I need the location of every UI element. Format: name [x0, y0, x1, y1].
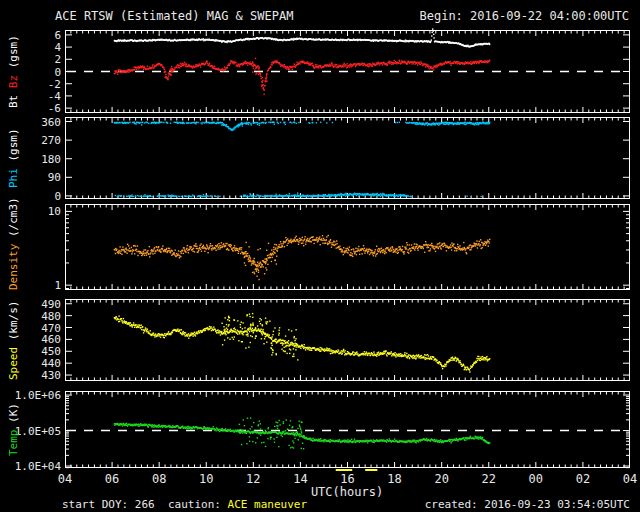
axis-label-part: Bz — [7, 68, 20, 88]
start-doy-label: start DOY: 266 — [62, 498, 155, 511]
series-density-dots — [114, 235, 491, 280]
y-tick-label-phi: 360 — [41, 116, 61, 129]
caution-label: caution: — [168, 498, 228, 511]
x-tick-label: 22 — [482, 472, 496, 486]
y-tick-label-speed: 430 — [41, 369, 61, 382]
series-temp-dots — [114, 417, 491, 449]
phi-axis-label: Phi (gsm) — [5, 117, 22, 199]
axis-label-part: Bt — [7, 88, 20, 108]
panel-bt-bz: 6420-2-4-6 — [48, 28, 630, 115]
panel-speed-frame — [66, 300, 630, 381]
maneuver-mark — [365, 469, 377, 471]
x-tick-label: 18 — [387, 472, 401, 486]
axis-label-part: Speed — [7, 340, 20, 380]
plot-canvas: 6420-2-4-6360270180900101490480470460450… — [0, 0, 640, 512]
panel-speed: 490480470460450440430 — [41, 298, 629, 382]
series-bz-dots — [114, 58, 491, 95]
y-tick-label-phi: 270 — [41, 134, 61, 147]
panel-density: 101 — [48, 205, 630, 293]
x-tick-label: 12 — [246, 472, 260, 486]
y-tick-label-phi: 90 — [48, 171, 61, 184]
begin-timestamp: Begin: 2016-09-22 04:00:00UTC — [419, 9, 629, 23]
x-tick-label: 10 — [199, 472, 213, 486]
y-tick-label-bt-bz: -6 — [48, 102, 61, 115]
x-axis-title: UTC(hours) — [247, 485, 447, 499]
maneuver-mark — [336, 469, 352, 471]
caution-note: caution: ACE maneuver — [168, 498, 307, 511]
caution-value: ACE maneuver — [228, 498, 307, 511]
panel-temp-frame — [66, 392, 630, 468]
axis-label-part: (/cm3) — [7, 197, 20, 237]
series-speed-dots — [114, 313, 491, 373]
series-bt-dots — [114, 28, 491, 47]
x-tick-label: 00 — [529, 472, 543, 486]
axis-label-part: (gsm) — [7, 35, 20, 68]
x-tick-label: 16 — [340, 472, 354, 486]
y-tick-label-bt-bz: 2 — [54, 53, 61, 66]
y-tick-label-bt-bz: 4 — [54, 41, 61, 54]
x-tick-label: 20 — [434, 472, 448, 486]
series-phi-dots — [114, 122, 491, 198]
y-tick-label-density: 10 — [48, 205, 61, 218]
plot-title: ACE RTSW (Estimated) MAG & SWEPAM — [55, 9, 293, 23]
x-tick-label: 04 — [58, 472, 72, 486]
y-tick-label-bt-bz: 6 — [54, 29, 61, 42]
x-tick-label: 14 — [293, 472, 307, 486]
bt-bz-axis-label: Bt Bz (gsm) — [5, 30, 22, 113]
panel-density-frame — [66, 205, 630, 290]
temp-axis-label: Temp (K) — [5, 391, 22, 468]
y-tick-label-phi: 0 — [54, 190, 61, 203]
x-tick-label: 08 — [152, 472, 166, 486]
axis-label-part: (K) — [7, 403, 20, 423]
panel-temp: 1.0E+061.0E+051.0E+04 — [15, 389, 630, 473]
speed-axis-label: Speed (km/s) — [5, 299, 22, 381]
y-tick-label-bt-bz: 0 — [54, 66, 61, 79]
axis-label-part: Temp — [7, 423, 20, 456]
axis-label-part: (km/s) — [7, 300, 20, 340]
y-tick-label-phi: 180 — [41, 153, 61, 166]
y-tick-label-density: 1 — [54, 279, 61, 292]
density-axis-label: Density (/cm3) — [5, 204, 22, 290]
y-tick-label-bt-bz: -2 — [48, 78, 61, 91]
created-timestamp: created: 2016-09-23 03:54:05UTC — [425, 498, 630, 511]
panel-phi-frame — [66, 118, 630, 199]
axis-label-part: Phi — [7, 161, 20, 188]
x-tick-label: 04 — [623, 472, 637, 486]
panel-phi: 360270180900 — [41, 116, 629, 203]
x-tick-label: 06 — [105, 472, 119, 486]
axis-label-part: (gsm) — [7, 128, 20, 161]
axis-label-part: Density — [7, 237, 20, 290]
ace-rtsw-plot-screen: 6420-2-4-6360270180900101490480470460450… — [0, 0, 640, 512]
x-tick-label: 02 — [576, 472, 590, 486]
y-tick-label-bt-bz: -4 — [48, 90, 62, 103]
